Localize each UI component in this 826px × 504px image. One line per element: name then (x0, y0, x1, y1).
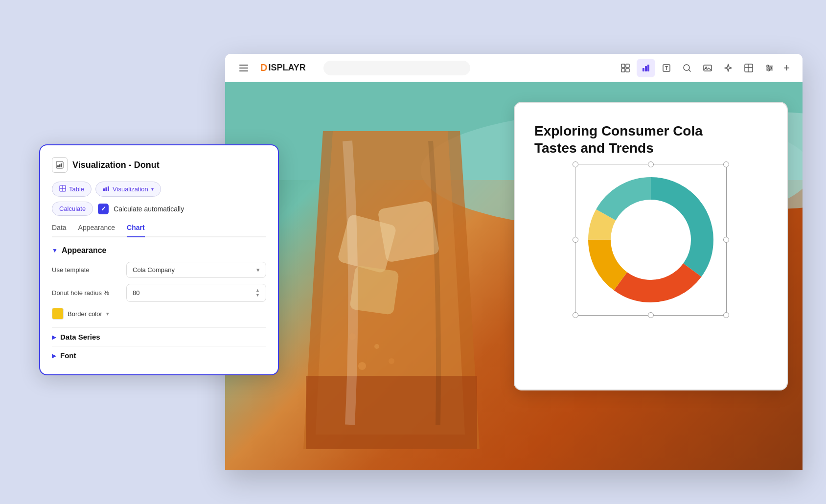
use-template-label: Use template (52, 266, 120, 274)
svg-rect-26 (377, 200, 439, 262)
svg-rect-11 (704, 65, 711, 71)
handle-bottom-right[interactable] (723, 312, 729, 318)
handle-top-right[interactable] (723, 161, 729, 167)
svg-rect-6 (647, 65, 649, 71)
calculate-auto-label: Calculate automatically (114, 205, 184, 213)
handle-top-left[interactable] (573, 161, 578, 167)
image-icon[interactable] (698, 59, 717, 77)
table-tab-button[interactable]: Table (52, 182, 92, 197)
displayr-logo: D ISPLAYR (260, 62, 306, 73)
handle-middle-right[interactable] (723, 237, 729, 243)
svg-rect-28 (306, 376, 477, 449)
handle-bottom-left[interactable] (573, 312, 578, 318)
border-color-label[interactable]: Border color (68, 310, 102, 318)
svg-rect-45 (103, 188, 105, 191)
svg-rect-13 (745, 64, 753, 72)
spinner-arrows: ▲ ▼ (255, 288, 260, 298)
search-circle-icon[interactable] (678, 59, 696, 77)
svg-rect-47 (108, 186, 109, 191)
svg-point-19 (767, 65, 769, 67)
visualization-tab-button[interactable]: Visualization ▾ (95, 182, 161, 197)
table-tab-icon (59, 185, 66, 193)
url-bar[interactable] (323, 61, 470, 75)
data-series-title: Data Series (60, 333, 100, 341)
panel-tabs-row: Table Visualization ▾ (52, 182, 266, 197)
appearance-section-header[interactable]: ▼ Appearance (52, 246, 266, 255)
sliders-icon[interactable] (760, 59, 779, 77)
svg-point-21 (768, 69, 770, 71)
svg-point-20 (770, 67, 772, 69)
browser-content: Exploring Consumer ColaTastes and Trends (225, 82, 803, 470)
tab-data[interactable]: Data (52, 224, 67, 237)
border-color-row: Border color ▾ (52, 308, 266, 320)
use-template-arrow: ▾ (256, 266, 260, 274)
svg-rect-4 (642, 68, 644, 71)
chart-bar-icon[interactable] (637, 59, 655, 77)
text-box-icon[interactable]: T (657, 59, 676, 77)
use-template-row: Use template Cola Company ▾ (52, 262, 266, 278)
handle-middle-left[interactable] (573, 237, 578, 243)
svg-rect-1 (626, 64, 629, 68)
font-section[interactable]: ▶ Font (52, 346, 266, 365)
logo-d-letter: D (260, 62, 267, 73)
calculate-auto-checkbox[interactable] (98, 204, 109, 214)
table-grid-icon[interactable] (739, 59, 758, 77)
svg-rect-46 (106, 187, 107, 191)
chart-title: Exploring Consumer ColaTastes and Trends (534, 122, 767, 157)
svg-rect-5 (645, 66, 647, 71)
hamburger-button[interactable] (235, 59, 252, 77)
panel-header: Visualization - Donut (52, 157, 266, 173)
donut-svg (582, 171, 719, 308)
svg-point-30 (374, 344, 379, 349)
visualization-dropdown-arrow: ▾ (151, 186, 154, 192)
donut-radius-control: 80 ▲ ▼ (126, 284, 266, 302)
logo-text: ISPLAYR (268, 63, 305, 73)
svg-rect-40 (59, 164, 61, 167)
appearance-section-title: Appearance (62, 246, 107, 255)
font-section-title: Font (60, 351, 76, 360)
use-template-control: Cola Company ▾ (126, 262, 266, 278)
browser-window: D ISPLAYR (225, 54, 803, 470)
calculate-row: Calculate Calculate automatically (52, 202, 266, 216)
donut-radius-row: Donut hole radius % 80 ▲ ▼ (52, 284, 266, 302)
svg-rect-3 (626, 69, 629, 72)
chart-slide: Exploring Consumer ColaTastes and Trends (514, 102, 788, 390)
svg-point-31 (389, 358, 394, 364)
svg-rect-39 (57, 165, 59, 167)
svg-rect-2 (621, 69, 625, 72)
visualization-tab-label: Visualization (113, 185, 148, 193)
svg-text:T: T (665, 66, 668, 71)
panel-title: Visualization - Donut (72, 160, 160, 170)
tab-appearance[interactable]: Appearance (78, 224, 115, 237)
border-color-swatch[interactable] (52, 308, 64, 320)
add-button[interactable]: + (780, 59, 793, 77)
donut-chart[interactable] (582, 171, 719, 308)
properties-panel: Visualization - Donut Table Visua (39, 144, 279, 375)
spinner-down[interactable]: ▼ (255, 293, 260, 298)
toolbar-icons: T (616, 59, 793, 77)
svg-point-29 (358, 362, 366, 370)
main-tabs: Data Appearance Chart (52, 224, 266, 237)
svg-rect-41 (61, 163, 62, 167)
appearance-section: ▼ Appearance Use template Cola Company ▾… (52, 246, 266, 320)
svg-rect-0 (621, 64, 625, 68)
browser-toolbar: D ISPLAYR (225, 54, 803, 82)
font-chevron-icon: ▶ (52, 352, 56, 359)
border-color-chevron: ▾ (106, 311, 109, 317)
appearance-chevron-icon: ▼ (52, 247, 58, 254)
handle-top-center[interactable] (648, 161, 654, 167)
tab-chart[interactable]: Chart (127, 224, 145, 237)
donut-radius-input[interactable]: 80 ▲ ▼ (126, 284, 266, 302)
visualization-tab-icon (103, 185, 110, 193)
donut-radius-label: Donut hole radius % (52, 289, 120, 297)
use-template-value: Cola Company (133, 266, 175, 274)
calculate-button[interactable]: Calculate (52, 202, 93, 216)
grid-icon[interactable] (616, 59, 635, 77)
handle-bottom-center[interactable] (648, 312, 654, 318)
sparkle-icon[interactable] (719, 59, 737, 77)
data-series-section[interactable]: ▶ Data Series (52, 327, 266, 346)
spinner-up[interactable]: ▲ (255, 288, 260, 293)
panel-header-icon (52, 157, 68, 173)
use-template-select[interactable]: Cola Company ▾ (126, 262, 266, 278)
donut-radius-value: 80 (133, 289, 139, 297)
